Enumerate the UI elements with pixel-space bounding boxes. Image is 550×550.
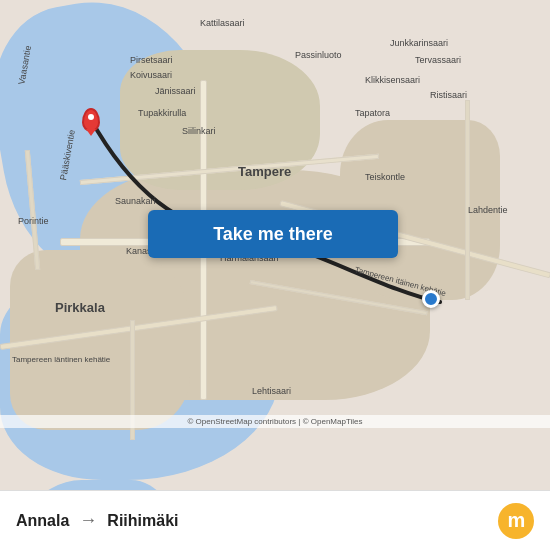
water-right (0, 480, 180, 490)
destination-text: Riihimäki (107, 512, 178, 530)
label-klikkisensaari: Klikkisensaari (365, 75, 420, 85)
map-area[interactable]: Kattilasaari Vaasantie Pääskiventie Pirs… (0, 0, 550, 490)
pin-body (82, 108, 100, 132)
label-kattilasaari: Kattilasaari (200, 18, 245, 28)
app-container: Kattilasaari Vaasantie Pääskiventie Pirs… (0, 0, 550, 550)
moovit-logo: m (498, 503, 534, 539)
origin-text: Annala (16, 512, 69, 530)
pin-dot (88, 114, 94, 120)
label-junkkarinsaari: Junkkarinsaari (390, 38, 448, 48)
take-me-there-button[interactable]: Take me there (148, 210, 398, 258)
arrow-icon: → (79, 510, 97, 531)
label-tapatora: Tapatora (355, 108, 390, 118)
start-marker (422, 290, 440, 308)
label-passinluoto: Passinluoto (295, 50, 342, 60)
label-tervassaari: Tervassaari (415, 55, 461, 65)
moovit-icon: m (498, 503, 534, 539)
bottom-bar: Annala → Riihimäki m (0, 490, 550, 550)
end-marker (82, 108, 100, 132)
label-ristisaari: Ristisaari (430, 90, 467, 100)
take-me-there-label: Take me there (213, 224, 333, 245)
map-attribution: © OpenStreetMap contributors | © OpenMap… (0, 415, 550, 428)
road-small-3 (465, 100, 470, 300)
